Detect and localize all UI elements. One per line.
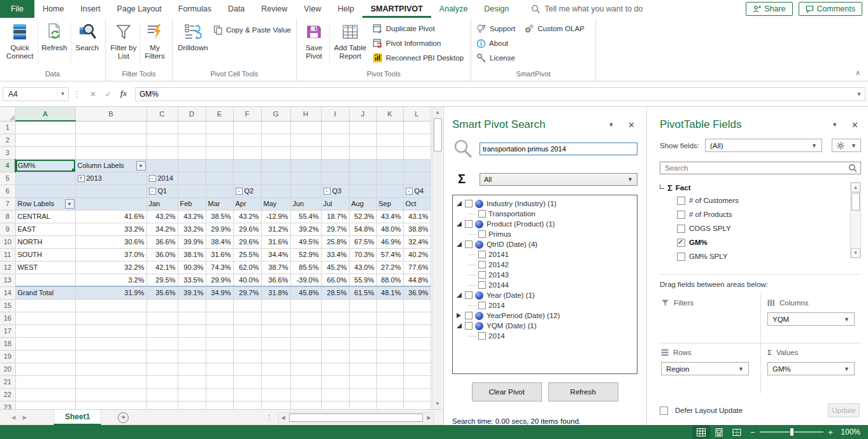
cell-F2[interactable] — [233, 134, 261, 146]
tab-home[interactable]: Home — [34, 0, 72, 18]
cell-A21[interactable] — [15, 375, 75, 388]
name-box-dropdown-icon[interactable]: ▼ — [57, 91, 68, 97]
tools-gear-button[interactable]: ▼ — [832, 139, 861, 152]
cell-E11[interactable]: 31.6% — [206, 248, 233, 261]
cell-C15[interactable] — [146, 299, 178, 312]
cell-D17[interactable] — [178, 324, 206, 337]
cell-A8[interactable]: CENTRAL — [15, 210, 75, 223]
cell-A3[interactable] — [15, 146, 75, 159]
cell-C1[interactable] — [146, 121, 178, 134]
cell-E1[interactable] — [206, 121, 233, 134]
cell-L3[interactable] — [403, 146, 430, 159]
field-pill-yqm[interactable]: YQM ▼ — [767, 312, 855, 326]
checkbox[interactable] — [677, 225, 685, 233]
name-box[interactable]: A4 ▼ — [3, 87, 69, 101]
cell-B15[interactable] — [75, 299, 146, 312]
cell-G14[interactable]: 31.8% — [261, 286, 290, 299]
tree-item-13[interactable]: 2014 — [453, 331, 637, 341]
cell-C16[interactable] — [146, 312, 178, 324]
cell-F18[interactable] — [233, 337, 261, 350]
cell-A9[interactable]: EAST — [15, 223, 75, 235]
cell-B9[interactable]: 33.2% — [75, 223, 146, 235]
cell-E7[interactable]: Mar — [206, 197, 233, 210]
cell-C18[interactable] — [146, 337, 178, 350]
cell-J14[interactable]: 61.5% — [349, 286, 376, 299]
collapse-ribbon-icon[interactable]: ∧ — [855, 69, 860, 77]
cell-L6[interactable]: -Q4 — [403, 185, 430, 197]
checkbox[interactable] — [465, 220, 473, 228]
scroll-down-icon[interactable]: ▼ — [851, 248, 860, 258]
cell-B2[interactable] — [75, 134, 146, 146]
cell-D5[interactable] — [178, 172, 206, 185]
cell-K1[interactable] — [376, 121, 403, 134]
cell-F11[interactable]: 25.5% — [233, 248, 261, 261]
tree-item-4[interactable]: QtrID (Date) (4) — [453, 239, 637, 249]
tab-design[interactable]: Design — [476, 0, 517, 18]
tab-formulas[interactable]: Formulas — [170, 0, 220, 18]
cell-J8[interactable]: 52.3% — [349, 210, 376, 223]
cell-F1[interactable] — [233, 121, 261, 134]
cell-G4[interactable] — [261, 159, 290, 172]
cell-K15[interactable] — [376, 299, 403, 312]
tab-page-layout[interactable]: Page Layout — [109, 0, 170, 18]
row-header-19[interactable]: 19 — [0, 350, 15, 363]
copy-paste-value-button[interactable]: Copy & Paste Value — [213, 24, 291, 36]
cell-L13[interactable]: 44.8% — [403, 274, 430, 286]
cell-K19[interactable] — [376, 350, 403, 363]
cell-C9[interactable]: 34.2% — [146, 223, 178, 235]
cell-E15[interactable] — [206, 299, 233, 312]
field-pill-region[interactable]: Region ▼ — [661, 362, 749, 375]
cell-C20[interactable] — [146, 363, 178, 375]
quick-connect-button[interactable]: Quick Connect — [3, 20, 37, 62]
license-button[interactable]: License — [476, 52, 585, 64]
expanded-icon[interactable] — [457, 201, 462, 206]
row-header-5[interactable]: 5 — [0, 172, 15, 185]
aggregate-dropdown[interactable]: All ▼ — [480, 173, 637, 186]
tree-item-7[interactable]: 20143 — [453, 270, 637, 280]
cell-L9[interactable]: 38.8% — [403, 223, 430, 235]
cell-H10[interactable]: 49.5% — [290, 235, 321, 248]
scroll-up-icon[interactable]: ▲ — [851, 183, 860, 192]
cell-G11[interactable]: 34.4% — [261, 248, 290, 261]
scroll-up-icon[interactable]: ▲ — [432, 107, 443, 118]
cell-D18[interactable] — [178, 337, 206, 350]
cell-B8[interactable]: 41.6% — [75, 210, 146, 223]
cell-E22[interactable] — [206, 388, 233, 401]
row-header-15[interactable]: 15 — [0, 299, 15, 312]
filter-dropdown-icon[interactable]: ▼ — [136, 161, 146, 171]
cell-I18[interactable] — [321, 337, 349, 350]
scroll-right-icon[interactable]: ▶ — [424, 413, 434, 422]
cell-B18[interactable] — [75, 337, 146, 350]
row-header-14[interactable]: 14 — [0, 286, 15, 299]
cell-J23[interactable] — [349, 401, 376, 409]
vertical-scrollbar[interactable]: ▲ ▼ — [432, 107, 443, 409]
cell-E8[interactable]: 38.5% — [206, 210, 233, 223]
field-group-fact[interactable]: Σ Fact — [660, 182, 847, 193]
values-area[interactable]: Σ Values GM% ▼ — [760, 343, 861, 393]
cell-A6[interactable] — [15, 185, 75, 197]
cell-C21[interactable] — [146, 375, 178, 388]
cell-K13[interactable]: 88.0% — [376, 274, 403, 286]
cell-J18[interactable] — [349, 337, 376, 350]
cell-I5[interactable] — [321, 172, 349, 185]
custom-olap-button[interactable]: Custom OLAP — [524, 22, 585, 35]
cell-F17[interactable] — [233, 324, 261, 337]
expanded-icon[interactable] — [457, 221, 462, 226]
cell-D19[interactable] — [178, 350, 206, 363]
cell-C6[interactable]: -Q1 — [146, 185, 178, 197]
cell-D11[interactable]: 38.1% — [178, 248, 206, 261]
pivot-information-button[interactable]: Pivot Information — [373, 37, 464, 50]
cell-C22[interactable] — [146, 388, 178, 401]
clear-pivot-button[interactable]: Clear Pivot — [472, 382, 542, 401]
cell-G17[interactable] — [261, 324, 290, 337]
cell-K4[interactable] — [376, 159, 403, 172]
tree-item-0[interactable]: Industry (Industry) (1) — [453, 199, 637, 209]
cell-B10[interactable]: 30.6% — [75, 235, 146, 248]
checkbox[interactable] — [478, 261, 486, 268]
cell-L5[interactable] — [403, 172, 430, 185]
fields-search-box[interactable] — [660, 162, 861, 174]
cell-I17[interactable] — [321, 324, 349, 337]
checkbox[interactable] — [478, 271, 486, 279]
cell-L21[interactable] — [403, 375, 430, 388]
cell-H12[interactable]: 85.5% — [290, 261, 321, 274]
